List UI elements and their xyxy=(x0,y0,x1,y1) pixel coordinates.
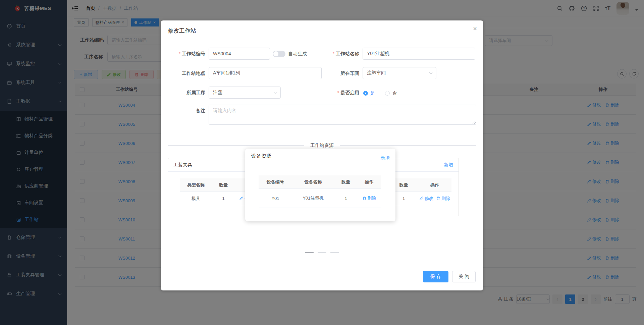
process-select[interactable]: 注塑 xyxy=(209,87,281,99)
field-label-enabled: 是否启用 xyxy=(315,87,359,99)
textarea-resize-grip[interactable] xyxy=(472,121,476,124)
section-title: 工作站资源 xyxy=(161,142,483,149)
trash-icon xyxy=(436,196,440,201)
device-row: Y01 Y01注塑机 1 删除 xyxy=(259,189,381,208)
field-label-workshop: 所在车间 xyxy=(315,67,359,79)
workstation-location-input[interactable] xyxy=(209,67,322,79)
carousel-dash[interactable] xyxy=(330,252,339,253)
pencil-icon xyxy=(239,196,244,201)
device-resource-dialog: 设备资源 新增 设备编号 设备名称 数量 操作 Y01 Y01注塑机 1 删除 xyxy=(245,149,395,221)
save-button[interactable]: 保 存 xyxy=(423,271,448,282)
device-add-link[interactable]: 新增 xyxy=(380,155,390,161)
workstation-name-input[interactable] xyxy=(363,48,475,60)
carousel-dash[interactable] xyxy=(318,252,326,253)
auto-generate-label: 自动生成 xyxy=(288,48,307,60)
enabled-radio-no[interactable]: 否 xyxy=(385,90,397,96)
auto-generate-toggle[interactable] xyxy=(273,51,285,57)
trash-icon xyxy=(362,196,367,201)
dialog-title: 修改工作站 xyxy=(168,27,196,35)
field-label-code: 工作站编号 xyxy=(161,48,205,60)
equipment-edit-link[interactable]: 修改 xyxy=(419,196,433,202)
equipment-add-link[interactable]: 新增 xyxy=(444,162,453,168)
close-icon[interactable]: × xyxy=(473,25,477,32)
enabled-radio-yes[interactable]: 是 xyxy=(363,90,375,96)
carousel-indicators xyxy=(161,252,483,253)
workstation-code-input[interactable] xyxy=(209,48,270,60)
popup-title: 设备资源 xyxy=(251,153,271,159)
field-label-location: 工作站地点 xyxy=(161,67,205,79)
app-screen: 苦糖果MES 首页 系统管理 系统监控 系统工具 主数据 xyxy=(0,0,644,325)
equipment-delete-link[interactable]: 删除 xyxy=(436,196,450,202)
radio-unselected-icon xyxy=(385,91,390,96)
carousel-dash-active[interactable] xyxy=(305,252,314,253)
remark-textarea[interactable] xyxy=(209,105,476,125)
field-label-remark: 备注 xyxy=(161,105,205,117)
close-button[interactable]: 关 闭 xyxy=(452,271,476,282)
pencil-icon xyxy=(419,196,424,201)
chevron-down-icon xyxy=(274,91,277,94)
fixture-card-title: 工装夹具 xyxy=(173,162,192,168)
popup-divider xyxy=(245,164,395,164)
workshop-select[interactable]: 注塑车间 xyxy=(363,67,436,79)
field-label-process: 所属工序 xyxy=(161,87,205,99)
radio-selected-icon xyxy=(363,91,368,96)
device-delete-link[interactable]: 删除 xyxy=(362,195,376,201)
device-table: 设备编号 设备名称 数量 操作 Y01 Y01注塑机 1 删除 xyxy=(259,175,381,208)
field-label-name: 工作站名称 xyxy=(315,48,359,60)
chevron-down-icon xyxy=(429,71,433,74)
